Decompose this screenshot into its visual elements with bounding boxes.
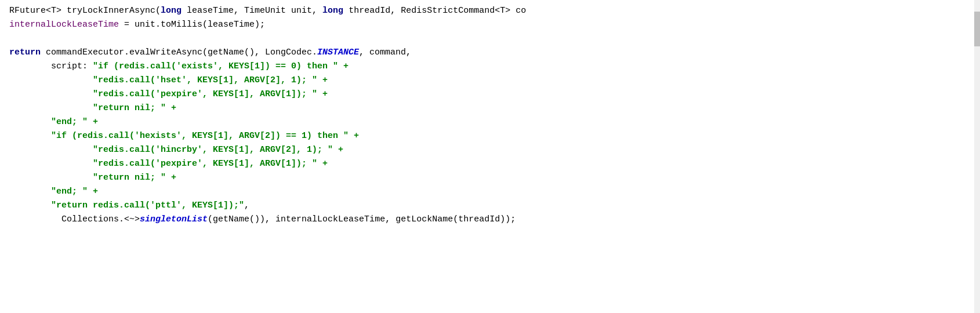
code-token: = unit.toMillis(leaseTime); [119, 19, 265, 32]
code-token [9, 74, 93, 88]
code-token: Collections.<~> [9, 213, 140, 227]
code-token: , [244, 199, 249, 213]
code-line: script: "if (redis.call('exists', KEYS[1… [0, 60, 980, 74]
code-line: Collections.<~>singletonList(getName()),… [0, 213, 980, 227]
code-token: "redis.call('pexpire', KEYS[1], ARGV[1])… [93, 158, 328, 171]
code-line: "redis.call('hset', KEYS[1], ARGV[2], 1)… [0, 74, 980, 88]
code-editor: RFuture<T> tryLockInnerAsync(long leaseT… [0, 0, 980, 313]
code-line: "redis.call('pexpire', KEYS[1], ARGV[1])… [0, 88, 980, 102]
code-token: "return nil; " + [93, 172, 176, 185]
code-token: commandExecutor.evalWriteAsync(getName()… [41, 46, 317, 60]
code-token: " + [338, 130, 359, 143]
code-token: script: [9, 60, 93, 74]
code-line: "return nil; " + [0, 102, 980, 116]
code-token: "if (redis.call('exists', KEYS[1]) == 0) [93, 60, 307, 74]
code-token: singletonList [140, 213, 208, 227]
code-token: "redis.call('hset', KEYS[1], ARGV[2], 1)… [93, 74, 328, 88]
code-token [9, 102, 93, 115]
code-line: "return redis.call('pttl', KEYS[1]);", [0, 199, 980, 213]
code-line: internalLockLeaseTime = unit.toMillis(le… [0, 19, 980, 32]
code-token: "end; " + [51, 185, 98, 199]
code-token: "redis.call('hincrby', KEYS[1], ARGV[2],… [93, 144, 343, 157]
code-token: return [9, 46, 41, 60]
code-token [9, 144, 93, 157]
code-token: then [317, 130, 338, 143]
scrollbar-thumb[interactable] [974, 12, 980, 46]
code-line: "redis.call('pexpire', KEYS[1], ARGV[1])… [0, 158, 980, 172]
scrollbar[interactable] [974, 0, 980, 313]
code-token: then [307, 60, 328, 74]
code-line: return commandExecutor.evalWriteAsync(ge… [0, 46, 980, 60]
code-token: , command, [359, 46, 411, 60]
code-token: RFuture<T> tryLockInnerAsync( [9, 5, 161, 18]
code-token [9, 130, 51, 143]
code-token: "return nil; " + [93, 102, 176, 115]
code-content: RFuture<T> tryLockInnerAsync(long leaseT… [0, 5, 980, 227]
code-token [9, 172, 93, 185]
code-token: long [322, 5, 343, 18]
code-token [9, 185, 51, 199]
code-token: "redis.call('pexpire', KEYS[1], ARGV[1])… [93, 88, 328, 101]
code-token: " + [328, 60, 349, 74]
code-token: threadId, RedisStrictCommand<T> co [343, 5, 526, 18]
code-line: "redis.call('hincrby', KEYS[1], ARGV[2],… [0, 144, 980, 158]
code-token [9, 88, 93, 101]
code-token: long [161, 5, 182, 18]
code-token: "if (redis.call('hexists', KEYS[1], ARGV… [51, 130, 317, 143]
code-token: internalLockLeaseTime [9, 19, 119, 32]
code-token [9, 158, 93, 171]
code-line: "if (redis.call('hexists', KEYS[1], ARGV… [0, 130, 980, 144]
code-token: INSTANCE [317, 46, 359, 60]
code-token: (getName()), internalLockLeaseTime, getL… [208, 213, 516, 227]
code-line: "return nil; " + [0, 172, 980, 185]
code-token [9, 116, 51, 129]
code-token [9, 199, 51, 213]
code-token: "end; " + [51, 116, 98, 129]
code-token: "return redis.call('pttl', KEYS[1]);" [51, 199, 244, 213]
code-line: "end; " + [0, 116, 980, 130]
code-line: "end; " + [0, 185, 980, 199]
code-token: leaseTime, TimeUnit unit, [182, 5, 322, 18]
code-line [0, 32, 980, 46]
code-line: RFuture<T> tryLockInnerAsync(long leaseT… [0, 5, 980, 19]
